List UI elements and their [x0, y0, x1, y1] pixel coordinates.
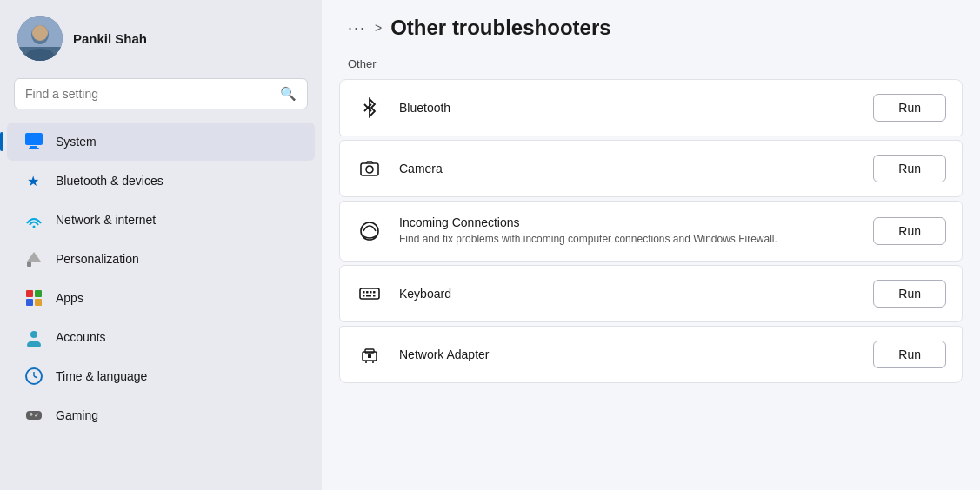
sidebar: Pankil Shah 🔍 System ★ Bluetooth & devic… [0, 0, 322, 490]
network-adapter-icon [356, 341, 383, 368]
camera-run-button[interactable]: Run [873, 155, 946, 182]
sidebar-item-gaming-label: Gaming [56, 408, 98, 422]
incoming-connections-icon [356, 217, 383, 245]
svg-rect-30 [363, 291, 365, 294]
bluetooth-text: Bluetooth [399, 101, 857, 115]
network-adapter-name: Network Adapter [399, 348, 857, 361]
svg-point-25 [35, 415, 37, 417]
keyboard-run-button[interactable]: Run [873, 280, 946, 308]
troubleshooter-incoming: Incoming Connections Find and fix proble… [339, 201, 963, 262]
bluetooth-name: Bluetooth [399, 101, 857, 115]
troubleshooter-network-adapter: Network Adapter Run [339, 326, 963, 383]
breadcrumb-dots: ··· [348, 19, 366, 37]
keyboard-icon [356, 280, 383, 308]
sidebar-item-network[interactable]: Network & internet [7, 201, 315, 239]
user-profile: Pankil Shah [0, 0, 322, 75]
sidebar-item-time[interactable]: Time & language [7, 357, 315, 395]
troubleshooter-list: Bluetooth Run Camera Run [322, 79, 980, 387]
sidebar-item-personalization-label: Personalization [56, 252, 139, 266]
svg-rect-13 [35, 290, 42, 297]
sidebar-item-accounts[interactable]: Accounts [7, 318, 315, 356]
incoming-desc: Find and fix problems with incoming comp… [399, 232, 857, 247]
apps-icon [24, 288, 43, 308]
incoming-name: Incoming Connections [399, 215, 857, 229]
sidebar-item-bluetooth[interactable]: ★ Bluetooth & devices [7, 162, 315, 200]
svg-point-10 [33, 226, 36, 228]
sidebar-item-time-label: Time & language [56, 369, 147, 383]
bluetooth-run-button[interactable]: Run [873, 94, 946, 122]
camera-icon [356, 155, 383, 182]
svg-point-16 [30, 331, 37, 338]
svg-rect-6 [25, 133, 43, 145]
bluetooth-icon [356, 94, 383, 122]
search-input[interactable] [25, 87, 273, 101]
svg-rect-26 [361, 163, 378, 175]
sidebar-item-personalization[interactable]: Personalization [7, 240, 315, 278]
camera-text: Camera [399, 162, 857, 175]
time-icon [24, 367, 43, 386]
svg-rect-15 [35, 299, 42, 306]
sidebar-item-bluetooth-label: Bluetooth & devices [56, 174, 163, 188]
svg-rect-41 [368, 354, 371, 358]
user-name: Pankil Shah [73, 31, 147, 46]
accounts-icon [24, 328, 43, 347]
svg-rect-38 [365, 349, 374, 353]
keyboard-text: Keyboard [399, 287, 857, 301]
sidebar-item-apps[interactable]: Apps [7, 279, 315, 317]
svg-rect-14 [26, 299, 33, 306]
svg-rect-29 [360, 288, 379, 299]
sidebar-item-apps-label: Apps [56, 291, 83, 305]
svg-rect-35 [366, 295, 371, 297]
system-icon [24, 132, 43, 151]
svg-point-24 [37, 414, 38, 415]
troubleshooter-bluetooth: Bluetooth Run [339, 79, 963, 136]
svg-point-4 [32, 25, 48, 41]
sidebar-item-system[interactable]: System [7, 122, 315, 161]
search-icon: 🔍 [280, 86, 297, 102]
svg-point-17 [27, 341, 41, 347]
section-label: Other [322, 52, 980, 79]
sidebar-item-accounts-label: Accounts [56, 330, 106, 344]
nav-list: System ★ Bluetooth & devices Network & i… [0, 118, 322, 490]
gaming-icon [24, 406, 43, 425]
svg-rect-34 [363, 295, 365, 297]
keyboard-name: Keyboard [399, 287, 857, 301]
troubleshooter-camera: Camera Run [339, 140, 963, 197]
svg-rect-8 [29, 148, 39, 149]
svg-point-27 [366, 166, 373, 173]
sidebar-item-gaming[interactable]: Gaming [7, 396, 315, 434]
svg-rect-36 [373, 295, 376, 297]
incoming-text: Incoming Connections Find and fix proble… [399, 215, 857, 247]
svg-text:★: ★ [27, 174, 39, 189]
svg-rect-23 [30, 413, 32, 416]
svg-rect-11 [27, 262, 31, 267]
troubleshooter-keyboard: Keyboard Run [339, 265, 963, 322]
sidebar-item-network-label: Network & internet [56, 213, 156, 227]
svg-line-20 [34, 376, 37, 378]
page-title: Other troubleshooters [390, 16, 610, 40]
svg-rect-33 [373, 291, 376, 294]
svg-rect-31 [366, 291, 369, 294]
personalization-icon [24, 249, 43, 268]
main-header: ··· > Other troubleshooters [322, 0, 980, 52]
search-box[interactable]: 🔍 [14, 78, 308, 109]
main-content: ··· > Other troubleshooters Other Blueto… [322, 0, 980, 490]
network-adapter-text: Network Adapter [399, 348, 857, 361]
network-adapter-run-button[interactable]: Run [873, 341, 946, 368]
svg-rect-7 [30, 146, 37, 148]
bluetooth-nav-icon: ★ [24, 171, 43, 190]
svg-rect-21 [26, 411, 42, 420]
network-nav-icon [24, 210, 43, 229]
breadcrumb-arrow: > [375, 21, 382, 35]
sidebar-item-system-label: System [56, 135, 97, 149]
svg-rect-32 [370, 291, 372, 294]
avatar [17, 16, 63, 61]
camera-name: Camera [399, 162, 857, 175]
svg-rect-12 [26, 290, 33, 297]
incoming-run-button[interactable]: Run [873, 217, 946, 245]
